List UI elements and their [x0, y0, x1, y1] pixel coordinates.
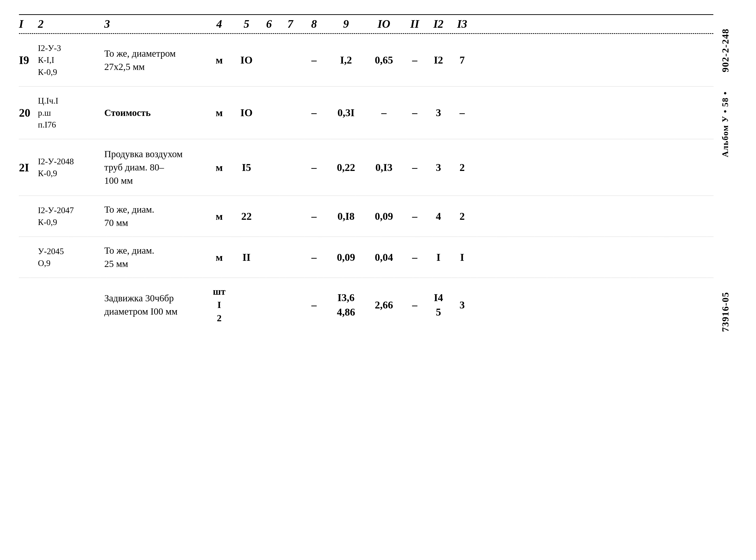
- cell-row21d-col13: 3: [450, 299, 474, 311]
- cell-row21d-col9: I3,6 4,86: [327, 291, 365, 320]
- cell-row21b-col9: 0,I8: [327, 210, 365, 222]
- cell-row19-col10: 0,65: [365, 54, 403, 66]
- cell-row19-col9: I,2: [327, 54, 365, 66]
- cell-row21a-col8: –: [301, 161, 327, 174]
- header-col-11: II: [403, 17, 427, 31]
- cell-row20-col12: 3: [427, 107, 450, 119]
- cell-row21c-col5: II: [234, 251, 258, 263]
- cell-row20-col2: Ц.Iч.I р.ш п.I76: [38, 95, 104, 131]
- cell-row19-col13: 7: [450, 54, 474, 66]
- cell-row21d-col3: Задвижка 30ч6бр диаметром I00 мм: [104, 292, 204, 318]
- cell-row21d-col4a: шт: [213, 285, 225, 298]
- header-col-13: I3: [450, 17, 474, 31]
- cell-row21a-col4: м: [204, 161, 234, 174]
- cell-row21b-col3: То же, диам. 70 мм: [104, 203, 204, 229]
- table-row: У-2045 О,9 То же, диам. 25 мм м II – 0,0…: [19, 237, 713, 278]
- cell-row20-col1: 20: [19, 106, 38, 119]
- table-row: I9 I2-У-3 К-I,I К-0,9 То же, диаметром 2…: [19, 34, 713, 86]
- right-label-2: Альбом У • 58 •: [720, 91, 730, 157]
- cell-row21d-col9b: 4,86: [337, 305, 355, 320]
- header-col-12: I2: [427, 17, 450, 31]
- cell-row21d-col8: –: [301, 299, 327, 311]
- table-row: Задвижка 30ч6бр диаметром I00 мм шт I 2 …: [19, 278, 713, 332]
- cell-row19-col3: То же, диаметром 27x2,5 мм: [104, 47, 204, 74]
- table-section: I 2 3 4 5 6 7 8 9 IO II I2 I3 I9 I2-У-3 …: [19, 14, 713, 332]
- cell-row20-col5: IO: [234, 107, 258, 119]
- cell-row21d-col12b: 5: [436, 305, 441, 320]
- cell-row21a-col11: –: [403, 161, 427, 174]
- header-col-9: 9: [327, 17, 365, 31]
- cell-row21c-col10: 0,04: [365, 251, 403, 263]
- cell-row20-col11: –: [403, 107, 427, 119]
- cell-row20-col13: –: [450, 107, 474, 119]
- cell-row21b-col5: 22: [234, 210, 258, 222]
- cell-row20-col8: –: [301, 107, 327, 119]
- table-header: I 2 3 4 5 6 7 8 9 IO II I2 I3: [19, 14, 713, 34]
- cell-row19-col2: I2-У-3 К-I,I К-0,9: [38, 42, 104, 78]
- cell-row21a-col10: 0,I3: [365, 161, 403, 174]
- cell-row19-col5: IO: [234, 54, 258, 66]
- cell-row21c-col11: –: [403, 251, 427, 263]
- cell-row21c-col3: То же, диам. 25 мм: [104, 244, 204, 271]
- table-row: 20 Ц.Iч.I р.ш п.I76 Стоимость м IO – 0,3…: [19, 86, 713, 139]
- cell-row21c-col13: I: [450, 251, 474, 263]
- right-label-1: 902-2-248: [720, 28, 731, 72]
- cell-row21a-col13: 2: [450, 161, 474, 174]
- cell-row19-col4: м: [204, 54, 234, 66]
- cell-row21a-col12: 3: [427, 161, 450, 174]
- table-row: I2-У-2047 К-0,9 То же, диам. 70 мм м 22 …: [19, 196, 713, 237]
- cell-row21b-col13: 2: [450, 210, 474, 222]
- cell-row19-col8: –: [301, 54, 327, 66]
- cell-row20-col10: –: [365, 107, 403, 119]
- cell-row21c-col8: –: [301, 251, 327, 263]
- cell-row21b-col10: 0,09: [365, 210, 403, 222]
- cell-row21a-col9: 0,22: [327, 161, 365, 174]
- header-col-6: 6: [258, 17, 280, 31]
- cell-row21d-col4b: I 2: [217, 298, 222, 325]
- table-body: I9 I2-У-3 К-I,I К-0,9 То же, диаметром 2…: [19, 34, 713, 332]
- header-col-10: IO: [365, 17, 403, 31]
- cell-row21d-col4: шт I 2: [204, 285, 234, 325]
- page-container: I 2 3 4 5 6 7 8 9 IO II I2 I3 I9 I2-У-3 …: [0, 0, 756, 560]
- cell-row21d-col11: –: [403, 299, 427, 311]
- cell-row19-col12: I2: [427, 54, 450, 66]
- cell-row21d-col9a: I3,6: [338, 291, 354, 305]
- header-col-7: 7: [280, 17, 301, 31]
- cell-row21a-col5: I5: [234, 161, 258, 174]
- cell-row21d-col12: I4 5: [427, 291, 450, 320]
- cell-row20-col3: Стоимость: [104, 106, 204, 120]
- table-row: 2I I2-У-2048 К-0,9 Продувка воздухом тру…: [19, 139, 713, 196]
- header-col-1: I: [19, 17, 38, 31]
- cell-row21b-col8: –: [301, 210, 327, 222]
- cell-row21b-col12: 4: [427, 210, 450, 222]
- cell-row21c-col9: 0,09: [327, 251, 365, 263]
- cell-row19-col11: –: [403, 54, 427, 66]
- cell-row21d-col12a: I4: [434, 291, 443, 305]
- cell-row21b-col2: I2-У-2047 К-0,9: [38, 204, 104, 228]
- header-col-2: 2: [38, 17, 104, 31]
- cell-row21a-col3: Продувка воздухом труб диам. 80– 100 мм: [104, 147, 204, 187]
- right-label-3: 73916-05: [720, 292, 731, 332]
- header-col-3: 3: [104, 17, 204, 31]
- cell-row20-col4: м: [204, 107, 234, 119]
- header-col-5: 5: [234, 17, 258, 31]
- cell-row21c-col2: У-2045 О,9: [38, 245, 104, 269]
- cell-row21a-col1: 2I: [19, 161, 38, 174]
- header-col-8: 8: [301, 17, 327, 31]
- cell-row21c-col12: I: [427, 251, 450, 263]
- cell-row19-col1: I9: [19, 54, 38, 67]
- right-labels-section: 902-2-248 Альбом У • 58 • 73916-05: [713, 14, 737, 332]
- cell-row21b-col4: м: [204, 210, 234, 222]
- cell-row20-col9: 0,3I: [327, 107, 365, 119]
- cell-row21a-col2: I2-У-2048 К-0,9: [38, 156, 104, 179]
- cell-row21c-col4: м: [204, 251, 234, 263]
- cell-row21d-col10: 2,66: [365, 299, 403, 311]
- header-col-4: 4: [204, 17, 234, 31]
- cell-row21b-col11: –: [403, 210, 427, 222]
